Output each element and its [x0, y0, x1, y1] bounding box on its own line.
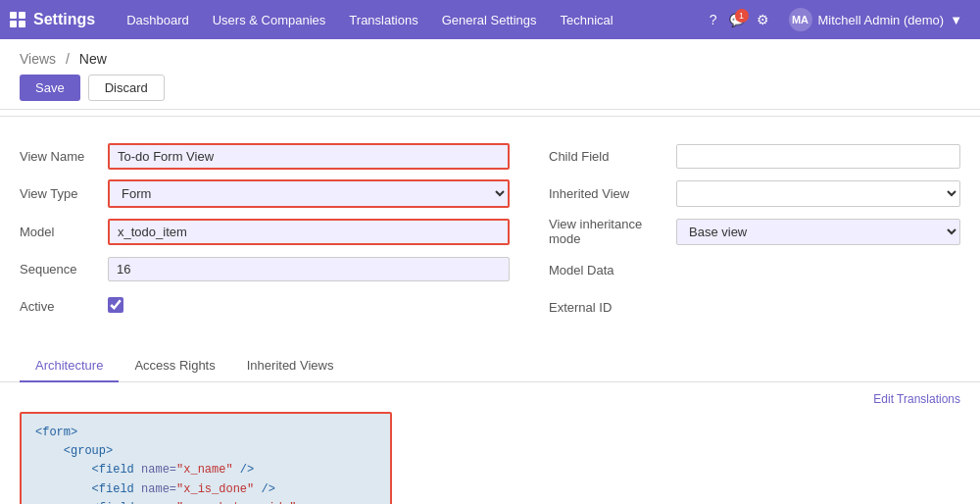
code-line-2: <group> — [35, 442, 376, 461]
input-sequence[interactable] — [108, 257, 510, 281]
navbar: Settings Dashboard Users & Companies Tra… — [0, 0, 980, 39]
page-header: Views / New Save Discard — [0, 39, 980, 110]
user-menu[interactable]: MA Mitchell Admin (demo) ▼ — [781, 8, 970, 31]
input-model[interactable] — [108, 219, 510, 245]
code-editor[interactable]: <form> <group> <field name="x_name" /> <… — [20, 412, 392, 504]
input-view-name[interactable] — [108, 143, 510, 170]
label-model-data: Model Data — [549, 263, 676, 277]
architecture-area: Edit Translations <form> <group> <field … — [0, 382, 980, 504]
main-content: Views / New Save Discard View Name View … — [0, 39, 980, 504]
settings-icon[interactable]: ⚙ — [753, 8, 773, 31]
save-button[interactable]: Save — [20, 75, 80, 101]
label-active: Active — [20, 299, 108, 314]
field-model: Model — [20, 218, 510, 245]
breadcrumb: Views / New — [20, 51, 960, 67]
checkbox-active[interactable] — [108, 297, 123, 313]
label-model: Model — [20, 225, 108, 239]
label-view-name: View Name — [20, 149, 108, 164]
field-external-id: External ID — [549, 293, 960, 321]
grid-icon — [10, 12, 25, 27]
field-inherited-view: Inherited View — [549, 179, 960, 207]
code-line-4: <field name="x_is_done" /> — [35, 480, 376, 499]
navbar-item-translations[interactable]: Translations — [337, 0, 429, 39]
input-view-name-wrapper — [108, 143, 510, 170]
label-view-inheritance-mode: View inheritance mode — [549, 217, 676, 246]
field-sequence: Sequence — [20, 255, 510, 282]
form-left: View Name View Type Form Tree Kanban Cal… — [20, 142, 510, 330]
help-icon[interactable]: ? — [706, 8, 721, 31]
brand-title: Settings — [33, 11, 95, 28]
edit-translations-link[interactable]: Edit Translations — [20, 392, 960, 406]
breadcrumb-parent[interactable]: Views — [20, 51, 56, 67]
tabs-area: Architecture Access Rights Inherited Vie… — [0, 350, 980, 382]
chat-icon-wrapper[interactable]: 💬 1 — [729, 13, 745, 27]
navbar-item-general-settings[interactable]: General Settings — [430, 0, 549, 39]
form-area: View Name View Type Form Tree Kanban Cal… — [0, 123, 980, 340]
label-inherited-view: Inherited View — [549, 186, 676, 201]
checkbox-active-wrapper — [108, 297, 510, 316]
code-line-1: <form> — [35, 424, 376, 442]
user-name: Mitchell Admin (demo) — [818, 13, 945, 27]
select-view-type-wrapper: Form Tree Kanban Calendar Graph Pivot — [108, 179, 510, 208]
tab-access-rights[interactable]: Access Rights — [119, 350, 230, 382]
label-child-field: Child Field — [549, 149, 676, 164]
breadcrumb-separator: / — [66, 51, 70, 67]
tab-architecture[interactable]: Architecture — [20, 350, 119, 382]
code-line-5: <field name="x_work_team_ids" — [35, 499, 376, 504]
chat-badge: 1 — [735, 9, 749, 23]
select-inherited-view-wrapper — [676, 180, 960, 207]
label-external-id: External ID — [549, 300, 676, 315]
navbar-right: ? 💬 1 ⚙ MA Mitchell Admin (demo) ▼ — [706, 8, 970, 31]
field-active: Active — [20, 292, 510, 320]
navbar-item-users-companies[interactable]: Users & Companies — [201, 0, 338, 39]
navbar-item-dashboard[interactable]: Dashboard — [115, 0, 201, 39]
input-child-field-wrapper — [676, 144, 960, 169]
avatar: MA — [789, 8, 812, 31]
form-right: Child Field Inherited View View inherita… — [549, 142, 960, 330]
field-view-inheritance-mode: View inheritance mode Base view Extensio… — [549, 217, 960, 246]
tabs: Architecture Access Rights Inherited Vie… — [20, 350, 960, 381]
field-view-type: View Type Form Tree Kanban Calendar Grap… — [20, 179, 510, 208]
navbar-menu: Dashboard Users & Companies Translations… — [115, 0, 706, 39]
chevron-down-icon: ▼ — [950, 13, 962, 27]
select-view-inheritance-mode-wrapper: Base view Extension — [676, 219, 960, 245]
tab-inherited-views[interactable]: Inherited Views — [231, 350, 350, 382]
input-sequence-wrapper — [108, 257, 510, 281]
select-view-type[interactable]: Form Tree Kanban Calendar Graph Pivot — [108, 179, 510, 208]
breadcrumb-current: New — [79, 51, 107, 67]
field-child-field: Child Field — [549, 142, 960, 170]
code-line-3: <field name="x_name" /> — [35, 461, 376, 479]
field-view-name: View Name — [20, 142, 510, 170]
select-view-inheritance-mode[interactable]: Base view Extension — [676, 219, 960, 245]
input-child-field[interactable] — [676, 144, 960, 169]
input-model-wrapper — [108, 219, 510, 245]
action-buttons: Save Discard — [20, 75, 960, 101]
label-view-type: View Type — [20, 186, 108, 201]
label-sequence: Sequence — [20, 262, 108, 277]
discard-button[interactable]: Discard — [88, 75, 165, 101]
navbar-item-technical[interactable]: Technical — [549, 0, 625, 39]
field-model-data: Model Data — [549, 256, 960, 283]
brand[interactable]: Settings — [10, 11, 95, 28]
select-inherited-view[interactable] — [676, 180, 960, 207]
